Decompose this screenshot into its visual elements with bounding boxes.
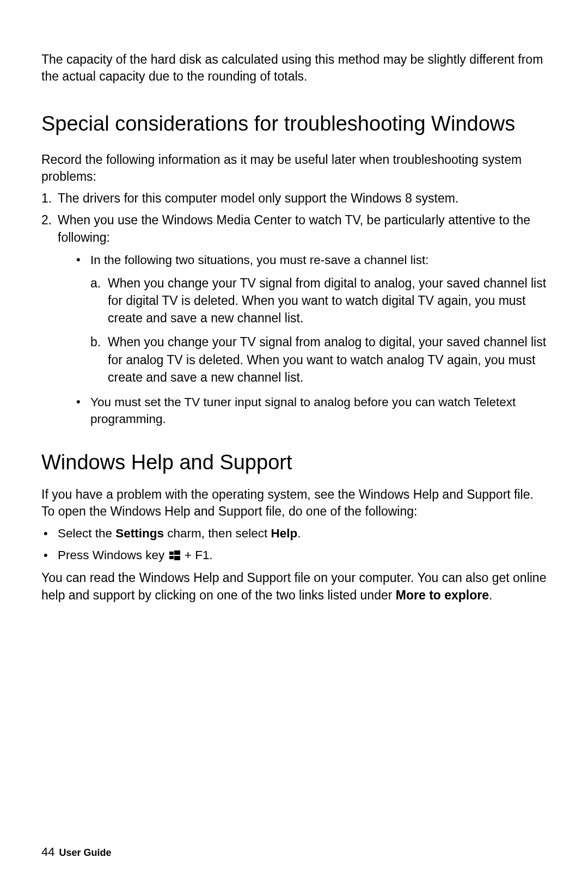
list-item-text: You must set the TV tuner input signal t… [90,395,516,426]
list-item-text: In the following two situations, you mus… [90,253,429,267]
bold-text: More to explore [396,588,489,602]
list-item-text: Select the [58,526,115,540]
list-item-text: charm, then select [164,526,271,540]
page-number: 44 [41,845,54,859]
closing-text: . [489,588,492,602]
footer-title: User Guide [59,847,111,858]
svg-rect-0 [169,552,174,555]
windows-key-icon [169,550,180,560]
section1-paragraph: Record the following information as it m… [41,151,547,185]
svg-rect-3 [174,556,180,560]
nested-bullet-list: In the following two situations, you mus… [74,252,547,428]
list-item: You must set the TV tuner input signal t… [74,394,547,428]
page-footer: 44User Guide [41,845,112,859]
list-item-text: When you use the Windows Media Center to… [58,213,530,244]
list-item: When you change your TV signal from anal… [90,333,547,386]
list-item-text: When you change your TV signal from digi… [108,276,546,325]
list-item-text: . [297,526,301,540]
list-item: In the following two situations, you mus… [74,252,547,386]
section2-paragraph: If you have a problem with the operating… [41,486,547,520]
svg-rect-2 [169,556,174,559]
section-heading-troubleshooting: Special considerations for troubleshooti… [41,111,547,137]
bold-text: Help [271,526,297,540]
list-item: When you use the Windows Media Center to… [41,211,547,428]
help-bullet-list: Select the Settings charm, then select H… [41,524,547,565]
list-item-text: The drivers for this computer model only… [58,191,458,205]
section-heading-help: Windows Help and Support [41,451,547,474]
list-item: The drivers for this computer model only… [41,189,547,207]
bold-text: Settings [115,526,164,540]
list-item: Press Windows key + F1. [41,546,547,565]
lettered-list: When you change your TV signal from digi… [90,274,547,386]
closing-paragraph: You can read the Windows Help and Suppor… [41,570,547,603]
list-item: When you change your TV signal from digi… [90,274,547,327]
list-item-text: When you change your TV signal from anal… [108,335,546,384]
intro-paragraph: The capacity of the hard disk as calcula… [41,51,547,85]
list-item-text: Press Windows key [58,548,168,562]
svg-rect-1 [174,550,180,555]
list-item: Select the Settings charm, then select H… [41,524,547,543]
numbered-list: The drivers for this computer model only… [41,189,547,428]
list-item-text: + F1. [181,548,213,562]
